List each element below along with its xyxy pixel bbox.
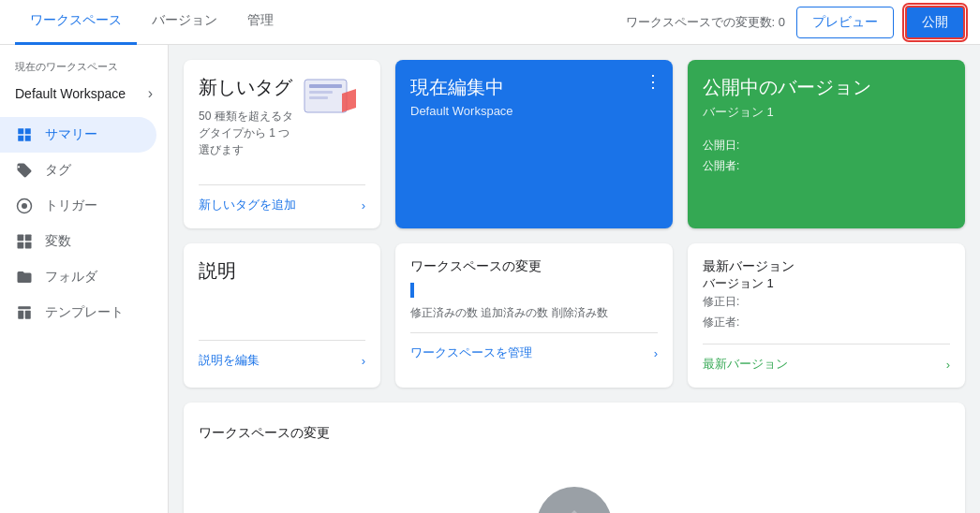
main-content: 新しいタグ 50 種類を超えるタグタイプから 1 つ選びます <box>169 45 980 513</box>
chevron-right-icon: › <box>946 358 950 372</box>
main-layout: 現在のワークスペース Default Workspace › サマリー タグ <box>0 45 980 513</box>
bottom-cards-row: 説明 説明を編集 › ワークスペースの変更 修正済みの数 追加済みの数 削除済み… <box>184 243 965 388</box>
svg-rect-6 <box>18 235 24 242</box>
svg-rect-12 <box>25 311 31 319</box>
svg-rect-1 <box>25 128 31 134</box>
svg-rect-7 <box>25 235 32 242</box>
tab-admin[interactable]: 管理 <box>232 0 289 45</box>
mod-by-label: 修正者: <box>703 315 739 329</box>
svg-rect-0 <box>18 128 23 134</box>
template-icon <box>15 304 34 321</box>
sidebar-label-tags: タグ <box>45 162 71 179</box>
sidebar-label-variables: 変数 <box>45 233 71 250</box>
workspace-selector[interactable]: Default Workspace › <box>0 78 168 110</box>
chevron-right-icon: › <box>362 198 365 213</box>
summary-icon <box>15 126 34 143</box>
workspace-changes-card: ワークスペースの変更 修正済みの数 追加済みの数 削除済み数 ワークスペースを管… <box>395 243 673 388</box>
svg-rect-16 <box>309 96 328 99</box>
trigger-icon <box>15 198 34 214</box>
sidebar-item-triggers[interactable]: トリガー <box>0 188 156 224</box>
empty-state-icon <box>537 487 612 513</box>
empty-state: このワークスペースには変更がありません。 詳細 <box>199 464 950 513</box>
latest-version-link[interactable]: 最新バージョン › <box>703 344 950 373</box>
manage-workspace-link[interactable]: ワークスペースを管理 › <box>410 332 658 361</box>
published-version-card: 公開中のバージョン バージョン 1 公開日: 公開者: <box>688 60 965 228</box>
pub-date-label: 公開日: <box>703 139 739 152</box>
description-card: 説明 説明を編集 › <box>184 243 380 388</box>
sidebar-label-folders: フォルダ <box>45 269 97 286</box>
edit-description-link[interactable]: 説明を編集 › <box>199 340 365 369</box>
publish-button[interactable]: 公開 <box>905 6 965 39</box>
sidebar-nav: サマリー タグ トリガー 変数 <box>0 117 168 330</box>
more-options-icon[interactable]: ⋮ <box>645 71 661 92</box>
ws-changes-stats: 修正済みの数 追加済みの数 削除済み数 <box>410 305 658 321</box>
svg-rect-14 <box>309 84 342 88</box>
svg-rect-3 <box>25 136 31 141</box>
latest-version-meta: 修正日: 修正者: <box>703 292 950 332</box>
tag-icon <box>15 162 34 179</box>
workspace-section-label: 現在のワークスペース <box>0 52 168 78</box>
description-title: 説明 <box>199 258 365 284</box>
tab-workspace[interactable]: ワークスペース <box>15 0 137 45</box>
svg-rect-11 <box>18 311 23 319</box>
chevron-right-icon: › <box>148 85 153 102</box>
sidebar-label-triggers: トリガー <box>45 198 97 214</box>
new-tag-title: 新しいタグ <box>199 75 300 100</box>
chevron-right-icon: › <box>362 354 365 368</box>
new-tag-card: 新しいタグ 50 種類を超えるタグタイプから 1 つ選びます <box>184 60 380 228</box>
big-workspace-changes-card: ワークスペースの変更 このワークスペースには変更がありません。 詳細 <box>184 403 965 513</box>
latest-version-card: 最新バージョン バージョン 1 修正日: 修正者: 最新バージョン › <box>688 243 965 388</box>
latest-version-name: バージョン 1 <box>703 275 950 292</box>
sidebar-item-variables[interactable]: 変数 <box>0 224 156 259</box>
sidebar-label-templates: テンプレート <box>45 304 124 321</box>
top-cards-row: 新しいタグ 50 種類を超えるタグタイプから 1 つ選びます <box>184 60 965 228</box>
new-tag-description: 50 種類を超えるタグタイプから 1 つ選びます <box>199 108 300 158</box>
svg-rect-15 <box>309 91 333 94</box>
sidebar-label-summary: サマリー <box>45 126 97 143</box>
editing-card-subtitle: Default Workspace <box>410 104 658 118</box>
svg-rect-2 <box>18 136 23 141</box>
add-new-tag-link[interactable]: 新しいタグを追加 › <box>199 184 365 213</box>
preview-button[interactable]: プレビュー <box>796 7 894 38</box>
workspace-name: Default Workspace <box>15 86 126 101</box>
mod-date-label: 修正日: <box>703 295 739 308</box>
big-changes-title: ワークスペースの変更 <box>199 425 950 442</box>
chevron-right-icon: › <box>654 346 658 360</box>
svg-point-5 <box>22 203 27 209</box>
top-navigation: ワークスペース バージョン 管理 ワークスペースでの変更数: 0 プレビュー 公… <box>0 0 980 45</box>
new-tag-illustration <box>300 75 365 122</box>
tab-version[interactable]: バージョン <box>137 0 232 45</box>
ws-changes-title: ワークスペースの変更 <box>410 258 658 275</box>
sidebar-item-tags[interactable]: タグ <box>0 153 156 188</box>
change-count-label: ワークスペースでの変更数: 0 <box>626 14 785 31</box>
editing-card-title: 現在編集中 <box>410 75 658 100</box>
ws-changes-indicator <box>410 283 414 298</box>
description-content <box>199 291 365 329</box>
svg-rect-8 <box>18 242 24 249</box>
published-card-title: 公開中のバージョン <box>703 75 950 100</box>
pub-by-label: 公開者: <box>703 159 739 172</box>
folder-icon <box>15 269 34 286</box>
svg-rect-9 <box>25 242 32 249</box>
sidebar-item-summary[interactable]: サマリー <box>0 117 156 153</box>
variables-icon <box>15 233 34 250</box>
published-card-subtitle: バージョン 1 <box>703 104 950 121</box>
sidebar-item-templates[interactable]: テンプレート <box>0 295 156 330</box>
published-meta: 公開日: 公開者: <box>703 136 950 176</box>
editing-card: ⋮ 現在編集中 Default Workspace <box>395 60 673 228</box>
nav-tabs: ワークスペース バージョン 管理 <box>15 0 626 45</box>
svg-rect-10 <box>18 306 31 309</box>
sidebar: 現在のワークスペース Default Workspace › サマリー タグ <box>0 45 169 513</box>
sidebar-item-folders[interactable]: フォルダ <box>0 259 156 295</box>
latest-version-label: 最新バージョン <box>703 258 950 275</box>
nav-right: ワークスペースでの変更数: 0 プレビュー 公開 <box>626 6 965 39</box>
